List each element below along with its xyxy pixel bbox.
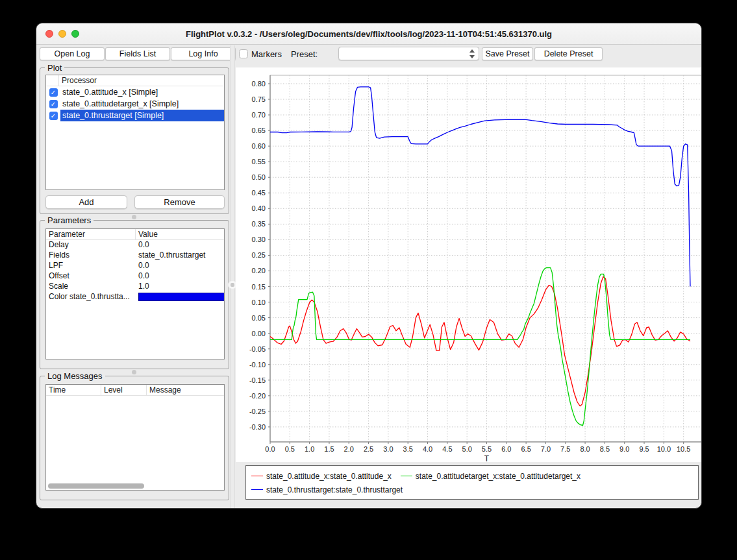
y-tick-label: 0.45: [252, 189, 266, 197]
parameter-value[interactable]: 0.0: [136, 271, 224, 282]
window-title: FlightPlot v.0.3.2 - /Users/oleg/Documen…: [36, 29, 701, 39]
parameter-row[interactable]: LPF0.0: [46, 261, 224, 271]
chart-legend: state_0.attitude_x:state_0.attitude_xsta…: [245, 465, 699, 500]
x-tick-label: 0.0: [265, 445, 275, 453]
x-tick-label: 4.5: [442, 445, 452, 453]
app-window: FlightPlot v.0.3.2 - /Users/oleg/Documen…: [36, 23, 702, 509]
item-checkbox[interactable]: ✓: [49, 112, 58, 120]
horizontal-scrollbar[interactable]: [47, 483, 223, 489]
x-tick-label: 1.0: [305, 445, 314, 453]
vertical-splitter[interactable]: [230, 45, 235, 509]
parameter-row[interactable]: Delay0.0: [46, 240, 224, 250]
parameter-column-header: Parameter: [46, 229, 136, 239]
y-tick-label: 0.55: [252, 158, 266, 165]
x-tick-label: 7.5: [560, 445, 570, 453]
y-tick-label: 0.00: [252, 330, 266, 337]
y-tick-label: -0.30: [249, 423, 266, 431]
y-tick-label: 0.50: [252, 173, 266, 181]
fields-list-button[interactable]: Fields List: [105, 47, 170, 60]
parameter-value[interactable]: [136, 292, 224, 302]
open-log-button[interactable]: Open Log: [40, 47, 105, 60]
preset-input[interactable]: [342, 48, 465, 59]
y-tick-label: 0.20: [252, 267, 266, 274]
log-messages-panel-title: Log Messages: [45, 371, 105, 381]
item-label[interactable]: state_0.attitude_x [Simple]: [60, 86, 224, 98]
parameter-value[interactable]: 0.0: [136, 261, 224, 271]
parameter-row[interactable]: Offset0.0: [46, 271, 224, 282]
remove-button[interactable]: Remove: [134, 195, 225, 209]
parameter-value[interactable]: state_0.thrusttarget: [136, 250, 224, 261]
item-label[interactable]: state_0.thrusttarget [Simple]: [60, 110, 224, 121]
x-tick-label: 0.5: [285, 445, 295, 453]
color-swatch[interactable]: [138, 293, 224, 301]
log-info-button[interactable]: Log Info: [171, 47, 236, 60]
x-tick-label: 6.5: [521, 445, 531, 453]
legend-label: state_0.attitude_x:state_0.attitude_x: [266, 472, 392, 481]
parameter-row[interactable]: Fieldsstate_0.thrusttarget: [46, 250, 224, 261]
preset-combobox[interactable]: [338, 47, 479, 60]
y-tick-label: 0.40: [252, 204, 266, 212]
log-table-header: Time Level Message: [46, 385, 224, 396]
y-tick-label: 0.35: [252, 220, 266, 228]
parameter-value[interactable]: 0.0: [136, 240, 224, 250]
parameter-name: Color state_0.thrustta...: [46, 292, 136, 302]
x-axis-label: T: [484, 454, 490, 462]
x-tick-label: 4.0: [423, 445, 432, 453]
chart-panel[interactable]: 0.00.51.01.52.02.53.03.54.04.55.05.56.06…: [236, 67, 702, 462]
splitter-handle[interactable]: [132, 370, 136, 374]
processor-list-item[interactable]: ✓state_0.attitudetarget_x [Simple]: [46, 98, 224, 110]
markers-checkbox[interactable]: [239, 49, 248, 58]
y-tick-label: 0.15: [252, 283, 266, 291]
add-button[interactable]: Add: [45, 195, 127, 209]
parameter-row[interactable]: Scale1.0: [46, 282, 224, 292]
processor-list-item[interactable]: ✓state_0.thrusttarget [Simple]: [46, 110, 224, 121]
y-tick-label: 0.05: [252, 314, 266, 322]
processor-list-header: Processor: [46, 75, 224, 86]
splitter-handle[interactable]: [132, 215, 136, 219]
item-label[interactable]: state_0.attitudetarget_x [Simple]: [60, 98, 224, 110]
level-column-header: Level: [101, 385, 147, 395]
vertical-splitter-handle[interactable]: [231, 283, 234, 287]
save-preset-button[interactable]: Save Preset: [482, 47, 533, 60]
title-bar[interactable]: FlightPlot v.0.3.2 - /Users/oleg/Documen…: [36, 23, 701, 45]
x-tick-label: 10.5: [677, 445, 690, 453]
plot-panel: Plot Processor ✓state_0.attitude_x [Simp…: [40, 67, 229, 214]
processor-list[interactable]: Processor ✓state_0.attitude_x [Simple]✓s…: [45, 75, 225, 190]
combo-stepper-icon[interactable]: [469, 49, 476, 59]
parameters-table-header: Parameter Value: [46, 229, 224, 240]
y-tick-label: -0.20: [249, 392, 266, 400]
y-tick-label: 0.25: [252, 251, 266, 259]
y-tick-label: -0.15: [249, 376, 266, 384]
x-tick-label: 8.5: [600, 445, 610, 453]
item-checkbox[interactable]: ✓: [49, 88, 58, 97]
y-tick-label: 0.70: [252, 111, 266, 119]
preset-label: Preset:: [291, 49, 318, 59]
y-tick-label: -0.05: [249, 345, 266, 353]
log-messages-table[interactable]: Time Level Message: [45, 384, 225, 491]
processor-list-item[interactable]: ✓state_0.attitude_x [Simple]: [46, 86, 224, 98]
item-checkbox[interactable]: ✓: [49, 100, 58, 108]
parameter-value[interactable]: 1.0: [136, 282, 224, 292]
parameter-row[interactable]: Color state_0.thrustta...: [46, 292, 224, 302]
parameter-name: Offset: [46, 271, 136, 282]
legend-line-sample: [401, 476, 412, 476]
legend-label: state_0.thrusttarget:state_0.thrusttarge…: [266, 485, 403, 494]
markers-label: Markers: [251, 49, 282, 59]
plot-panel-title: Plot: [45, 63, 64, 73]
y-tick-label: 0.10: [252, 298, 266, 306]
flight-chart[interactable]: 0.00.51.01.52.02.53.03.54.04.55.05.56.06…: [236, 67, 702, 462]
y-tick-label: 0.65: [252, 127, 266, 134]
x-tick-label: 6.0: [501, 445, 511, 453]
x-tick-label: 9.5: [639, 445, 649, 453]
legend-line-sample: [251, 476, 263, 476]
x-tick-label: 5.5: [482, 445, 492, 453]
x-tick-label: 10.0: [657, 445, 671, 453]
legend-label: state_0.attitudetarget_x:state_0.attitud…: [416, 472, 581, 481]
delete-preset-button[interactable]: Delete Preset: [534, 47, 603, 60]
x-tick-label: 1.5: [324, 445, 334, 453]
message-column-header: Message: [147, 385, 224, 395]
x-tick-label: 2.5: [364, 445, 373, 453]
scrollbar-thumb[interactable]: [48, 483, 144, 489]
legend-line-sample: [251, 489, 263, 490]
parameters-table[interactable]: Parameter Value Delay0.0Fieldsstate_0.th…: [45, 228, 225, 359]
